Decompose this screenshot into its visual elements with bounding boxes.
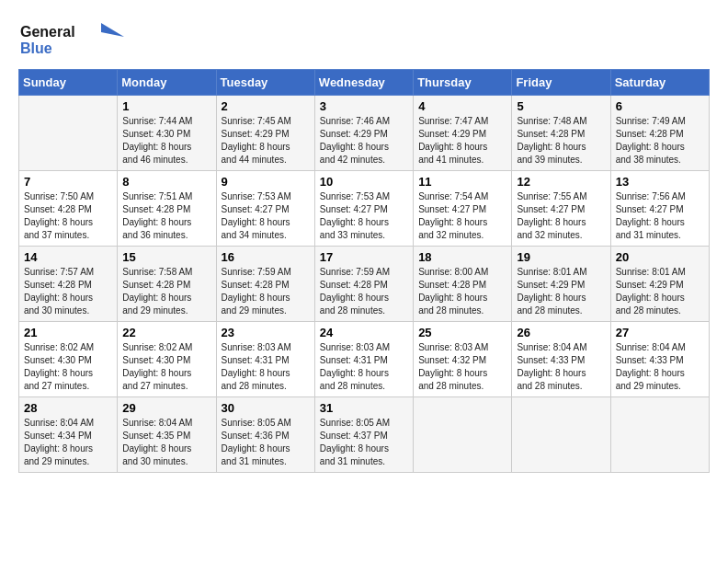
svg-text:Blue: Blue [20, 40, 52, 56]
day-info: Sunrise: 7:53 AM Sunset: 4:27 PM Dayligh… [320, 190, 408, 242]
day-number: 30 [222, 401, 310, 415]
day-info: Sunrise: 7:49 AM Sunset: 4:28 PM Dayligh… [616, 115, 704, 167]
day-info: Sunrise: 7:55 AM Sunset: 4:27 PM Dayligh… [517, 190, 605, 242]
calendar-cell: 20Sunrise: 8:01 AM Sunset: 4:29 PM Dayli… [610, 247, 709, 322]
day-number: 1 [122, 99, 210, 113]
svg-text:General: General [20, 24, 75, 40]
page-header: GeneralBlue [18, 18, 710, 60]
day-number: 23 [222, 326, 310, 339]
calendar-week-row: 14Sunrise: 7:57 AM Sunset: 4:28 PM Dayli… [19, 247, 710, 322]
day-number: 24 [320, 326, 408, 339]
day-number: 16 [222, 250, 310, 264]
logo-container: GeneralBlue [18, 18, 129, 60]
day-number: 18 [418, 250, 506, 264]
day-info: Sunrise: 8:05 AM Sunset: 4:37 PM Dayligh… [320, 417, 408, 468]
calendar-cell: 16Sunrise: 7:59 AM Sunset: 4:28 PM Dayli… [216, 247, 314, 322]
day-number: 9 [222, 175, 310, 189]
day-info: Sunrise: 8:01 AM Sunset: 4:29 PM Dayligh… [616, 266, 704, 317]
calendar-cell: 12Sunrise: 7:55 AM Sunset: 4:27 PM Dayli… [512, 171, 610, 247]
day-number: 4 [418, 99, 506, 113]
logo-svg: GeneralBlue [18, 18, 129, 60]
calendar-cell: 5Sunrise: 7:48 AM Sunset: 4:28 PM Daylig… [512, 96, 610, 171]
calendar-cell: 6Sunrise: 7:49 AM Sunset: 4:28 PM Daylig… [610, 96, 709, 171]
calendar-cell: 26Sunrise: 8:04 AM Sunset: 4:33 PM Dayli… [512, 322, 610, 397]
day-info: Sunrise: 7:59 AM Sunset: 4:28 PM Dayligh… [320, 266, 408, 317]
day-number: 11 [418, 175, 506, 189]
day-info: Sunrise: 8:05 AM Sunset: 4:36 PM Dayligh… [222, 417, 310, 468]
calendar-cell [610, 397, 709, 473]
calendar-cell: 1Sunrise: 7:44 AM Sunset: 4:30 PM Daylig… [118, 96, 216, 171]
header-monday: Monday [118, 70, 216, 96]
calendar-cell: 29Sunrise: 8:04 AM Sunset: 4:35 PM Dayli… [118, 397, 216, 473]
day-number: 13 [616, 175, 704, 189]
day-number: 10 [320, 175, 408, 189]
calendar-week-row: 7Sunrise: 7:50 AM Sunset: 4:28 PM Daylig… [19, 171, 710, 247]
calendar-cell: 19Sunrise: 8:01 AM Sunset: 4:29 PM Dayli… [512, 247, 610, 322]
day-info: Sunrise: 8:03 AM Sunset: 4:32 PM Dayligh… [418, 341, 506, 393]
calendar-week-row: 28Sunrise: 8:04 AM Sunset: 4:34 PM Dayli… [19, 397, 710, 473]
calendar-cell: 31Sunrise: 8:05 AM Sunset: 4:37 PM Dayli… [314, 397, 413, 473]
header-sunday: Sunday [19, 70, 118, 96]
calendar-week-row: 21Sunrise: 8:02 AM Sunset: 4:30 PM Dayli… [19, 322, 710, 397]
calendar-cell: 24Sunrise: 8:03 AM Sunset: 4:31 PM Dayli… [314, 322, 413, 397]
day-number: 14 [24, 250, 112, 264]
day-number: 22 [122, 326, 210, 339]
day-info: Sunrise: 7:53 AM Sunset: 4:27 PM Dayligh… [222, 190, 310, 242]
day-number: 26 [517, 326, 605, 339]
logo: GeneralBlue [18, 18, 129, 60]
calendar-cell: 13Sunrise: 7:56 AM Sunset: 4:27 PM Dayli… [610, 171, 709, 247]
calendar-cell: 10Sunrise: 7:53 AM Sunset: 4:27 PM Dayli… [314, 171, 413, 247]
header-tuesday: Tuesday [216, 70, 314, 96]
calendar-cell: 23Sunrise: 8:03 AM Sunset: 4:31 PM Dayli… [216, 322, 314, 397]
day-info: Sunrise: 8:03 AM Sunset: 4:31 PM Dayligh… [222, 341, 310, 393]
calendar-cell [19, 96, 118, 171]
day-info: Sunrise: 7:47 AM Sunset: 4:29 PM Dayligh… [418, 115, 506, 167]
calendar-cell [414, 397, 512, 473]
header-thursday: Thursday [414, 70, 512, 96]
calendar-cell: 22Sunrise: 8:02 AM Sunset: 4:30 PM Dayli… [118, 322, 216, 397]
day-info: Sunrise: 7:54 AM Sunset: 4:27 PM Dayligh… [418, 190, 506, 242]
header-wednesday: Wednesday [314, 70, 413, 96]
day-number: 3 [320, 99, 408, 113]
calendar-cell [512, 397, 610, 473]
day-info: Sunrise: 7:51 AM Sunset: 4:28 PM Dayligh… [122, 190, 210, 242]
day-number: 29 [122, 401, 210, 415]
day-info: Sunrise: 8:04 AM Sunset: 4:34 PM Dayligh… [24, 417, 112, 468]
day-number: 8 [122, 175, 210, 189]
calendar-header-row: SundayMondayTuesdayWednesdayThursdayFrid… [19, 70, 710, 96]
calendar-cell: 14Sunrise: 7:57 AM Sunset: 4:28 PM Dayli… [19, 247, 118, 322]
day-info: Sunrise: 8:04 AM Sunset: 4:33 PM Dayligh… [517, 341, 605, 393]
day-number: 5 [517, 99, 605, 113]
day-info: Sunrise: 8:00 AM Sunset: 4:28 PM Dayligh… [418, 266, 506, 317]
calendar-cell: 28Sunrise: 8:04 AM Sunset: 4:34 PM Dayli… [19, 397, 118, 473]
day-info: Sunrise: 7:44 AM Sunset: 4:30 PM Dayligh… [122, 115, 210, 167]
day-info: Sunrise: 7:58 AM Sunset: 4:28 PM Dayligh… [122, 266, 210, 317]
day-info: Sunrise: 7:59 AM Sunset: 4:28 PM Dayligh… [222, 266, 310, 317]
day-info: Sunrise: 8:02 AM Sunset: 4:30 PM Dayligh… [24, 341, 112, 393]
calendar-cell: 8Sunrise: 7:51 AM Sunset: 4:28 PM Daylig… [118, 171, 216, 247]
calendar-cell: 15Sunrise: 7:58 AM Sunset: 4:28 PM Dayli… [118, 247, 216, 322]
day-info: Sunrise: 7:48 AM Sunset: 4:28 PM Dayligh… [517, 115, 605, 167]
day-info: Sunrise: 7:56 AM Sunset: 4:27 PM Dayligh… [616, 190, 704, 242]
calendar-cell: 25Sunrise: 8:03 AM Sunset: 4:32 PM Dayli… [414, 322, 512, 397]
day-number: 20 [616, 250, 704, 264]
day-info: Sunrise: 7:57 AM Sunset: 4:28 PM Dayligh… [24, 266, 112, 317]
day-number: 15 [122, 250, 210, 264]
day-info: Sunrise: 7:46 AM Sunset: 4:29 PM Dayligh… [320, 115, 408, 167]
day-number: 12 [517, 175, 605, 189]
header-saturday: Saturday [610, 70, 709, 96]
day-number: 28 [24, 401, 112, 415]
day-number: 19 [517, 250, 605, 264]
day-number: 31 [320, 401, 408, 415]
svg-marker-2 [101, 23, 124, 37]
calendar-cell: 17Sunrise: 7:59 AM Sunset: 4:28 PM Dayli… [314, 247, 413, 322]
day-number: 7 [24, 175, 112, 189]
day-info: Sunrise: 8:01 AM Sunset: 4:29 PM Dayligh… [517, 266, 605, 317]
header-friday: Friday [512, 70, 610, 96]
calendar-cell: 27Sunrise: 8:04 AM Sunset: 4:33 PM Dayli… [610, 322, 709, 397]
calendar-week-row: 1Sunrise: 7:44 AM Sunset: 4:30 PM Daylig… [19, 96, 710, 171]
calendar-cell: 3Sunrise: 7:46 AM Sunset: 4:29 PM Daylig… [314, 96, 413, 171]
day-number: 6 [616, 99, 704, 113]
day-number: 2 [222, 99, 310, 113]
day-number: 21 [24, 326, 112, 339]
